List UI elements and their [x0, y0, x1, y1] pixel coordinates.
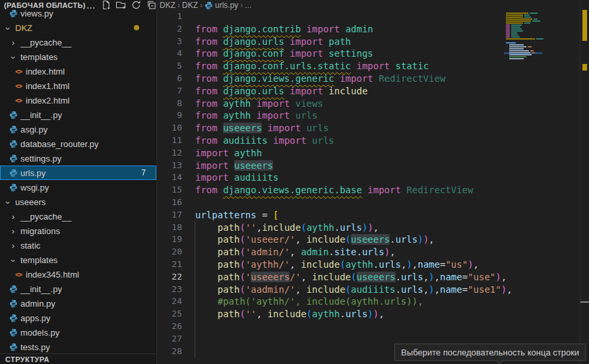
line-number: 2: [157, 23, 182, 36]
code-token: urls: [396, 234, 418, 245]
tree-item-label: __init__.py: [20, 284, 62, 294]
code-line-7[interactable]: from django.urls import include: [195, 85, 542, 98]
minimap-line: [506, 42, 516, 44]
tree-item--init-py[interactable]: __init__.py: [0, 107, 156, 122]
line-number: 6: [157, 73, 182, 85]
line-number: 17: [157, 209, 182, 222]
tree-item-apps-py[interactable]: apps.py: [0, 311, 156, 325]
minimap-line: [506, 18, 532, 20]
code-token: '': [245, 222, 257, 233]
breadcrumb-item[interactable]: DKZ: [160, 1, 175, 10]
breadcrumb-item[interactable]: DKZ: [182, 1, 198, 10]
code-token: from: [195, 61, 223, 71]
code-token: include: [312, 272, 351, 282]
tree-item-urls-py[interactable]: urls.py7: [0, 166, 156, 180]
tree-item--pycache-[interactable]: ›__pycache__: [0, 209, 156, 224]
code-line-23[interactable]: path('aadmin/', include(audiiits.urls,),…: [195, 284, 542, 296]
code-token: [195, 309, 218, 319]
html-file-icon: <>: [13, 97, 24, 104]
code-line-4[interactable]: from django.conf import settings: [195, 47, 542, 60]
code-line-19[interactable]: path('useeer/', include(useeers.urls)),: [195, 233, 542, 246]
tree-item-asgi-py[interactable]: asgi.py: [0, 122, 156, 136]
tree-item-templates[interactable]: ›templates: [0, 253, 156, 267]
code-token: import: [290, 86, 323, 96]
tree-item-static[interactable]: ›static: [0, 238, 156, 253]
code-line-12[interactable]: import aythh: [195, 147, 542, 160]
tree-item-index345-html[interactable]: <>index345.html: [0, 267, 156, 282]
code-line-17[interactable]: urlpatterns = [: [195, 209, 542, 222]
code-token: .: [334, 222, 340, 233]
code-line-5[interactable]: from django.conf.urls.static import stat…: [195, 60, 542, 73]
tree-item-useeers[interactable]: ›useeers: [0, 195, 156, 209]
code-token: 'aythh/': [245, 259, 290, 270]
tree-item-templates[interactable]: ›templates: [0, 49, 156, 64]
code-content[interactable]: from django.contrib import adminfrom dja…: [195, 11, 542, 357]
code-line-2[interactable]: from django.contrib import admin: [195, 23, 542, 36]
tree-item-wsgi-py[interactable]: wsgi.py: [0, 180, 156, 195]
code-line-18[interactable]: path('',include(aythh.urls)),: [195, 222, 542, 234]
tree-item-label: templates: [20, 255, 57, 265]
code-line-9[interactable]: from aythh import urls: [195, 109, 542, 122]
refresh-explorer-icon[interactable]: [131, 0, 142, 11]
code-token: [290, 110, 295, 121]
code-line-1[interactable]: [195, 11, 542, 23]
code-line-24[interactable]: #path('aythh/', include(aythh.urls)),: [195, 295, 542, 308]
code-line-10[interactable]: from useeers import urls: [195, 122, 542, 135]
code-token: [195, 222, 218, 233]
code-token: (: [340, 259, 345, 270]
code-line-26[interactable]: [195, 320, 542, 333]
code-token: ): [501, 284, 507, 295]
new-file-icon[interactable]: [101, 0, 111, 11]
code-token: audiiits: [223, 135, 267, 146]
tree-item-index1-html[interactable]: <>index1.html: [0, 78, 156, 93]
code-line-20[interactable]: path('admin/', admin.site.urls),: [195, 246, 542, 258]
code-token: [262, 123, 267, 133]
code-line-6[interactable]: from django.views.generic import Redirec…: [195, 73, 542, 85]
workspace-title: (РАБОЧАЯ ОБЛАСТЬ): [4, 1, 86, 9]
python-file-icon: [8, 9, 18, 18]
line-number: 16: [157, 197, 182, 209]
new-folder-icon[interactable]: [116, 0, 127, 11]
python-file-icon: [204, 1, 213, 10]
code-token: urls: [379, 259, 401, 270]
code-line-16[interactable]: [195, 197, 542, 209]
overview-ruler[interactable]: [580, 0, 589, 364]
code-token: include: [328, 86, 367, 96]
tree-item--init-py[interactable]: __init__.py: [0, 282, 156, 296]
code-line-14[interactable]: import audiiits: [195, 171, 542, 184]
tree-item-models-py[interactable]: models.py: [0, 325, 156, 340]
outline-section-header[interactable]: СТРУКТУРА: [0, 353, 156, 364]
code-token: "use": [468, 272, 495, 282]
tree-item-settings-py[interactable]: settings.py: [0, 151, 156, 166]
code-token: import: [257, 98, 290, 109]
tree-item-database-roouter-py[interactable]: database_roouter.py: [0, 136, 156, 151]
code-line-8[interactable]: from aythh import views: [195, 98, 542, 110]
python-file-icon: [8, 314, 18, 322]
minimap[interactable]: [504, 11, 542, 83]
breadcrumb-item[interactable]: ...: [245, 1, 251, 10]
code-line-21[interactable]: path('aythh/', include(aythh.urls,),name…: [195, 258, 542, 271]
line-number: 26: [157, 320, 182, 333]
code-token: [373, 73, 379, 84]
tree-item-index-html[interactable]: <>index.html: [0, 64, 156, 78]
html-file-icon: <>: [13, 271, 24, 278]
code-line-11[interactable]: from audiiits import urls: [195, 135, 542, 147]
code-token: ,: [295, 284, 307, 295]
code-token: (: [239, 234, 245, 245]
code-line-15[interactable]: from django.views.generic.base import Re…: [195, 184, 542, 197]
collapse-folders-icon[interactable]: [146, 0, 157, 11]
tree-item-admin-py[interactable]: admin.py: [0, 296, 156, 311]
tree-item-migrations[interactable]: ›migrations: [0, 224, 156, 238]
tree-item-dkz[interactable]: ›DKZ: [0, 20, 156, 35]
tree-item-index2-html[interactable]: <>index2.html: [0, 93, 156, 107]
tree-item--pycache-[interactable]: ›__pycache__: [0, 35, 156, 49]
code-line-25[interactable]: path('', include(aythh.urls)),: [195, 308, 542, 320]
more-actions-icon[interactable]: ...: [86, 0, 96, 11]
vscode-window: (РАБОЧАЯ ОБЛАСТЬ) ... views.py›DKZ›__pyc…: [0, 0, 589, 364]
breadcrumb-item[interactable]: urls.py: [215, 1, 238, 10]
code-line-13[interactable]: import useeers: [195, 160, 542, 172]
code-line-22[interactable]: path('useeers/', include(useeers.urls,),…: [195, 271, 542, 284]
tree-item-tests-py[interactable]: tests.py: [0, 340, 156, 354]
code-line-3[interactable]: from django.urls import path: [195, 36, 542, 48]
minimap-line: [511, 32, 517, 34]
